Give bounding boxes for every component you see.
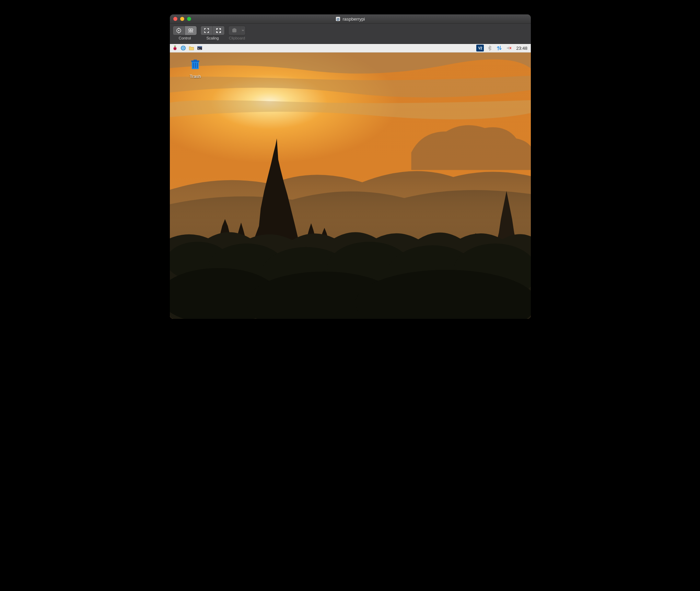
clipboard-dropdown[interactable] — [241, 26, 245, 35]
vnc-window: @ raspberrypi Control — [170, 14, 531, 319]
scaling-label: Scaling — [206, 36, 219, 40]
clipboard-group: Clipboard — [228, 26, 246, 40]
close-button[interactable] — [173, 17, 177, 21]
terminal-icon — [197, 45, 203, 51]
network-updown-icon — [496, 45, 502, 51]
globe-icon — [180, 45, 186, 51]
vnc-server-indicator[interactable]: V2 — [476, 45, 484, 51]
scaling-fit-button[interactable] — [201, 26, 213, 35]
clipboard-button[interactable] — [229, 26, 241, 35]
raspberry-icon — [172, 45, 178, 51]
traffic-lights — [173, 17, 191, 21]
svg-point-28 — [175, 49, 176, 50]
folder-icon — [188, 45, 195, 51]
svg-point-6 — [189, 29, 191, 31]
audio-muted-icon — [506, 45, 512, 51]
control-group: Control — [173, 26, 197, 40]
svg-rect-32 — [197, 46, 202, 47]
svg-point-27 — [174, 49, 175, 50]
bluetooth-icon — [487, 45, 493, 51]
svg-rect-0 — [336, 17, 340, 21]
rpi-panel: V2 — [170, 44, 531, 53]
window-title: @ raspberrypi — [170, 16, 531, 22]
trash-icon — [188, 58, 202, 71]
volume-button[interactable] — [505, 44, 513, 52]
file-manager-button[interactable] — [188, 44, 195, 52]
wallpaper — [170, 44, 531, 319]
svg-rect-38 — [194, 60, 197, 61]
svg-point-9 — [234, 30, 235, 32]
bluetooth-button[interactable] — [486, 44, 493, 52]
scaling-group: Scaling — [200, 26, 225, 40]
remote-desktop[interactable]: V2 — [170, 44, 531, 319]
zoom-button[interactable] — [187, 17, 191, 21]
trash-desktop-icon[interactable]: Trash — [182, 58, 209, 79]
control-label: Control — [179, 36, 191, 40]
network-button[interactable] — [495, 44, 503, 52]
minimize-button[interactable] — [180, 17, 184, 21]
svg-rect-10 — [234, 28, 235, 29]
control-pointer-button[interactable] — [173, 26, 185, 35]
svg-text:@: @ — [337, 18, 340, 21]
svg-point-3 — [178, 30, 179, 31]
vnc-app-icon: @ — [336, 16, 340, 21]
scaling-actual-button[interactable] — [213, 26, 224, 35]
clipboard-label: Clipboard — [229, 36, 245, 40]
svg-point-24 — [174, 48, 175, 48]
svg-point-25 — [175, 48, 176, 48]
control-view-button[interactable] — [185, 26, 197, 35]
vnc-toolbar: Control Scaling — [170, 24, 531, 44]
trash-label: Trash — [182, 74, 209, 79]
web-browser-button[interactable] — [179, 44, 187, 52]
titlebar: @ raspberrypi — [170, 14, 531, 24]
rpi-menu-button[interactable] — [171, 44, 179, 52]
clock[interactable]: 23:48 — [516, 46, 527, 51]
terminal-button[interactable] — [196, 44, 203, 52]
svg-point-7 — [191, 29, 193, 31]
